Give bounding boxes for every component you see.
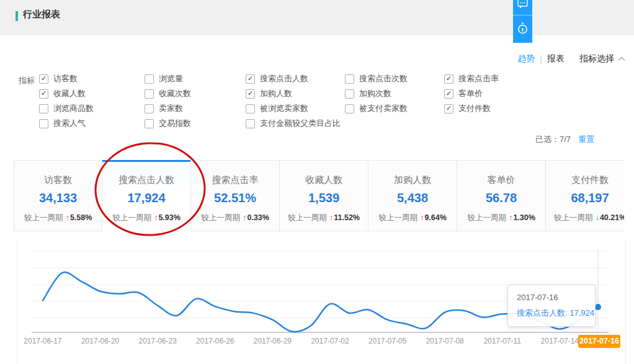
page-title: 行业报表: [23, 9, 60, 20]
metric-checkbox-item[interactable]: ✓ 浏览量: [145, 71, 191, 86]
check-mark-icon: ✓: [446, 75, 452, 82]
x-axis-label: 2017-06-23: [129, 337, 186, 345]
metric-card-title: 搜索点击人数: [102, 174, 190, 186]
metric-card-tab[interactable]: 搜索点击率 52.51% 较上一周期 ↑0.33%: [191, 160, 280, 231]
reset-link[interactable]: 重置: [578, 134, 594, 145]
checkbox-label: 搜索点击率: [458, 73, 499, 84]
metric-card-delta: 较上一周期 ↑5.93%: [102, 213, 190, 223]
checkbox-icon[interactable]: ✓: [246, 104, 255, 113]
metric-card-delta: 较上一周期 ↑11.52%: [280, 213, 368, 223]
trend-arrow-icon: ↑: [243, 213, 246, 222]
checkbox-icon[interactable]: ✓: [246, 119, 255, 128]
metric-checkbox-item[interactable]: ✓ 访客数: [39, 71, 94, 86]
metric-select-toggle[interactable]: 指标选择: [579, 53, 614, 64]
chat-button[interactable]: [513, 0, 532, 15]
metric-card-tab[interactable]: 收藏人数 1,539 较上一周期 ↑11.52%: [280, 160, 368, 231]
trend-arrow-icon: ↑: [420, 213, 424, 222]
metric-checkbox-item[interactable]: ✓ 交易指数: [145, 116, 191, 131]
checkbox-icon[interactable]: ✓: [444, 104, 453, 113]
industry-report-page: 行业报表: [0, 0, 634, 364]
x-axis-label: 2017-06-26: [187, 337, 244, 345]
checkbox-label: 搜索人气: [53, 118, 86, 129]
checkbox-icon[interactable]: ✓: [145, 119, 154, 128]
selection-summary-row: 已选：7/7 重置: [535, 134, 594, 145]
checkbox-icon[interactable]: ✓: [246, 74, 255, 84]
checkbox-label: 被浏览卖家数: [260, 103, 308, 114]
compare-label: 较上一周期: [288, 213, 329, 222]
compare-label: 较上一周期: [112, 213, 153, 222]
metric-checkbox-item[interactable]: ✓ 浏览商品数: [39, 101, 94, 116]
metric-card-delta: 较上一周期 ↑0.33%: [191, 213, 279, 223]
metric-checkbox-item[interactable]: ✓ 搜索人气: [39, 116, 94, 131]
change-percent: 1.30%: [513, 213, 535, 222]
metric-card-tab[interactable]: 加购人数 5,438 较上一周期 ↑9.64%: [368, 160, 457, 231]
metric-checkbox-item[interactable]: ✓ 客单价: [444, 86, 499, 101]
timer-button[interactable]: [513, 15, 532, 43]
metric-checkbox-item[interactable]: ✓ 卖家数: [145, 101, 191, 116]
metric-checkbox-item[interactable]: ✓ 支付件数: [444, 101, 499, 116]
compare-label: 较上一周期: [24, 213, 65, 222]
metric-card-value: 34,133: [14, 191, 102, 205]
compare-label: 较上一周期: [201, 213, 242, 222]
checkbox-icon[interactable]: ✓: [39, 74, 48, 84]
trend-arrow-icon: ↑: [329, 213, 333, 222]
metric-card-delta: 较上一周期 ↑1.30%: [457, 213, 545, 223]
checkbox-icon[interactable]: ✓: [444, 74, 453, 84]
tab-report[interactable]: 报表: [547, 53, 565, 64]
metric-checkbox-item[interactable]: ✓ 支付金额较父类目占比: [246, 116, 341, 131]
metric-card-delta: 较上一周期 ↑9.64%: [368, 213, 457, 223]
metric-checkbox-item[interactable]: ✓ 被支付卖家数: [345, 101, 408, 116]
metric-checkbox-item[interactable]: ✓ 收藏次数: [145, 86, 191, 101]
checkbox-icon[interactable]: ✓: [246, 89, 255, 99]
metric-card-delta: 较上一周期 ↑5.58%: [14, 213, 102, 223]
metric-card-tab[interactable]: 支付件数 68,197 较上一周期 ↓40.21%: [546, 160, 624, 231]
tab-trend[interactable]: 趋势: [517, 53, 535, 64]
metric-checkbox-item[interactable]: ✓ 收藏人数: [39, 86, 94, 101]
metric-checkbox-item[interactable]: ✓ 加购人数: [246, 86, 341, 101]
highlighted-date-badge[interactable]: 2017-07-16: [578, 335, 620, 348]
metric-checkbox-item[interactable]: ✓ 加购次数: [345, 86, 408, 101]
checkbox-label: 卖家数: [159, 103, 183, 114]
trend-arrow-icon: ↑: [154, 213, 158, 222]
checkbox-icon[interactable]: ✓: [345, 104, 354, 113]
checkbox-label: 加购人数: [260, 88, 292, 99]
metric-cards-row: 访客数 34,133 较上一周期 ↑5.58% 搜索点击人数 17,924 较上…: [14, 160, 624, 231]
checkbox-label: 被支付卖家数: [359, 103, 408, 114]
floating-toolbar: [513, 0, 532, 43]
checkbox-icon[interactable]: ✓: [39, 119, 48, 128]
metric-checkbox-item[interactable]: ✓ 被浏览卖家数: [246, 101, 341, 116]
metric-card-title: 访客数: [14, 174, 102, 186]
chat-bubble-icon: [517, 0, 529, 12]
checkbox-column: ✓ 搜索点击率 ✓ 客单价 ✓ 支付件数: [444, 71, 499, 116]
hovered-point-dot[interactable]: [595, 304, 601, 310]
metric-checkbox-item[interactable]: ✓ 搜索点击人数: [246, 71, 341, 86]
x-axis-label: 2017-07-11: [474, 337, 531, 345]
metric-card-value: 56.78: [457, 191, 545, 205]
checkbox-icon[interactable]: ✓: [345, 89, 354, 99]
checkbox-icon[interactable]: ✓: [145, 89, 154, 99]
metric-card-title: 支付件数: [546, 174, 624, 186]
checkbox-icon[interactable]: ✓: [145, 104, 154, 113]
change-percent: 9.64%: [424, 213, 446, 222]
metric-checkbox-item[interactable]: ✓ 搜索点击次数: [345, 71, 408, 86]
check-mark-icon: ✓: [446, 105, 452, 112]
metric-card-tab[interactable]: 客单价 56.78 较上一周期 ↑1.30%: [457, 160, 546, 231]
metric-card-tab[interactable]: 搜索点击人数 17,924 较上一周期 ↑5.93%: [102, 160, 191, 231]
metric-card-tab[interactable]: 访客数 34,133 较上一周期 ↑5.58%: [14, 160, 102, 231]
selected-count: 已选：7/7: [535, 134, 571, 145]
checkbox-icon[interactable]: ✓: [345, 74, 354, 84]
checkbox-icon[interactable]: ✓: [39, 104, 48, 113]
checkbox-icon[interactable]: ✓: [145, 74, 154, 84]
metric-cards-strip: 访客数 34,133 较上一周期 ↑5.58% 搜索点击人数 17,924 较上…: [14, 160, 624, 232]
chevron-up-icon[interactable]: [618, 56, 625, 61]
trend-line-chart[interactable]: 2017-06-17 2017-06-20 2017-06-23 2017-06…: [17, 241, 626, 364]
metric-checkbox-item[interactable]: ✓ 搜索点击率: [444, 71, 499, 86]
view-switch: 趋势 | 报表 指标选择: [517, 53, 625, 64]
x-axis-label: 2017-06-17: [14, 337, 71, 345]
metric-card-title: 客单价: [457, 174, 545, 186]
metric-card-value: 17,924: [102, 191, 190, 205]
chart-tooltip: 2017-07-16 搜索点击人数: 17,924: [507, 285, 596, 327]
checkbox-icon[interactable]: ✓: [39, 89, 48, 99]
checkbox-icon[interactable]: ✓: [444, 89, 453, 99]
metric-card-value: 5,438: [368, 191, 457, 205]
